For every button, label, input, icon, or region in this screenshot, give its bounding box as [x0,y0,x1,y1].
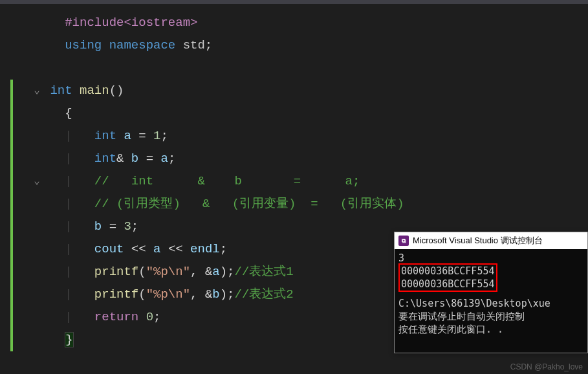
number: 0 [138,310,153,324]
code-line: ⌄ int main() [0,80,588,102]
fold-icon[interactable]: ⌄ [34,80,40,102]
comment: // (引用类型) & (引用变量) = (引用实体) [94,197,404,211]
highlight-box: 00000036BCCFF554 00000036BCCFF554 [398,263,497,292]
keyword: using namespace [65,38,175,52]
number: 1 [153,129,160,143]
function-name: main [72,83,109,98]
code-line: { [0,102,588,125]
function-call: printf [94,287,138,302]
function-call: printf [94,265,138,279]
type: int [94,129,116,143]
identifier: std [175,38,205,52]
output-line: C:\Users\86139\Desktop\xue [398,297,583,310]
comment: //表达式2 [235,287,294,302]
output-line: 3 [398,252,583,265]
output-line: 00000036BCCFF554 [401,265,495,278]
include-path: <iostream> [124,16,197,30]
output-line: 按任意键关闭此窗口. . [398,323,583,336]
console-title: Microsoft Visual Studio 调试控制台 [413,235,543,247]
string: "%p\n" [146,265,190,279]
vs-icon: ⧉ [398,236,409,246]
fold-icon[interactable]: ⌄ [34,170,40,193]
code-line: | int a = 1; [0,125,588,148]
keyword: return [94,310,138,324]
type: int [50,83,72,98]
console-output: 3 00000036BCCFF554 00000036BCCFF554 C:\U… [395,249,587,353]
code-line: | int& b = a; [0,148,588,170]
watermark: CSDN @Pakho_love [510,362,583,371]
window-topbar [0,0,588,4]
comment: //表达式1 [235,265,294,279]
code-line: ⌄ | // int & b = a; [0,170,588,193]
output-line: 00000036BCCFF554 [401,278,495,291]
comment: // int & b = a; [94,174,360,188]
code-line: using namespace std; [0,34,588,57]
number: 3 [124,219,131,234]
code-line: #include<iostream> [0,12,588,34]
debug-console-window[interactable]: ⧉ Microsoft Visual Studio 调试控制台 3 000000… [394,232,588,353]
type: int [94,151,116,166]
output-line: 要在调试停止时自动关闭控制 [398,310,583,323]
code-line [0,57,588,80]
code-line: | // (引用类型) & (引用变量) = (引用实体) [0,193,588,215]
preprocessor: #include [65,16,124,30]
string: "%p\n" [146,287,190,302]
console-titlebar[interactable]: ⧉ Microsoft Visual Studio 调试控制台 [395,232,587,249]
